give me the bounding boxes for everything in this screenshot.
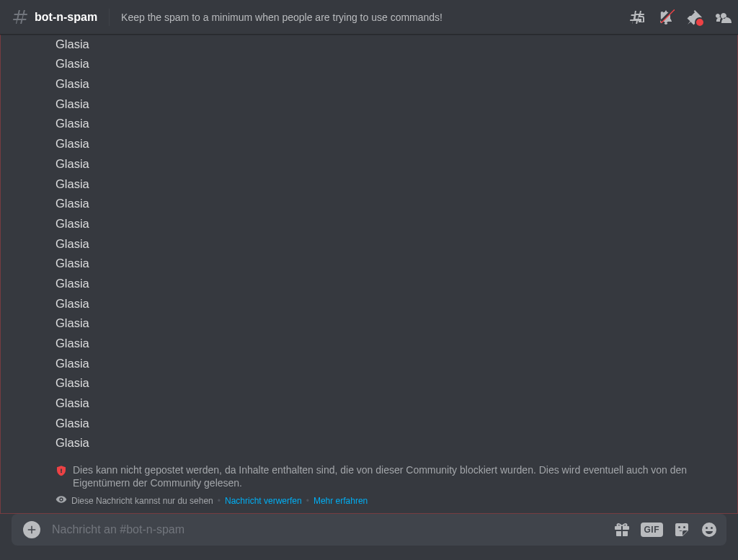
message-input-bar: GIF — [12, 514, 726, 546]
bullet-separator: • — [218, 496, 221, 506]
channel-header: bot-n-spam Keep the spam to a minimum wh… — [0, 0, 738, 35]
message-line: Glasia — [55, 293, 726, 314]
hash-icon — [12, 9, 29, 26]
threads-icon[interactable] — [628, 9, 646, 26]
message-line: Glasia — [55, 433, 726, 453]
message-line: Glasia — [55, 213, 726, 234]
message-line: Glasia — [55, 353, 726, 373]
message-line: Glasia — [55, 174, 726, 194]
chat-content[interactable]: Glasia Glasia Glasia Glasia Glasia Glasi… — [0, 35, 738, 514]
blocked-content-notice: Dies kann nicht gepostet werden, da Inha… — [1, 459, 737, 491]
gif-button[interactable]: GIF — [641, 523, 664, 537]
message-line: Glasia — [55, 234, 726, 254]
ephemeral-notice: Diese Nachricht kannst nur du sehen • Na… — [1, 491, 737, 513]
learn-more-link[interactable]: Mehr erfahren — [314, 496, 368, 506]
message-line: Glasia — [55, 114, 726, 134]
ephemeral-prefix: Diese Nachricht kannst nur du sehen — [71, 496, 213, 506]
message-line: Glasia — [55, 154, 726, 174]
message-input-area: GIF — [0, 514, 738, 560]
channel-name: bot-n-spam — [35, 11, 97, 24]
notification-dot — [695, 17, 705, 27]
message-line: Glasia — [55, 314, 726, 334]
message-line: Glasia — [55, 394, 726, 414]
dismiss-message-link[interactable]: Nachricht verwerfen — [225, 496, 302, 506]
message-line: Glasia — [55, 254, 726, 274]
eye-icon — [55, 494, 67, 507]
message-line: Glasia — [55, 413, 726, 433]
message-line: Glasia — [55, 35, 726, 54]
member-list-icon[interactable] — [715, 9, 732, 26]
emoji-icon[interactable] — [701, 521, 718, 538]
message-line: Glasia — [55, 74, 726, 94]
pinned-messages-icon[interactable] — [686, 9, 703, 26]
message-line: Glasia — [55, 334, 726, 354]
message-line: Glasia — [55, 273, 726, 293]
message-line: Glasia — [55, 134, 726, 154]
sticker-icon[interactable] — [673, 521, 690, 538]
shield-alert-icon — [55, 465, 67, 479]
gift-icon[interactable] — [613, 521, 631, 538]
message-list: Glasia Glasia Glasia Glasia Glasia Glasi… — [1, 40, 737, 458]
attach-button[interactable] — [23, 521, 40, 538]
header-toolbar — [628, 9, 732, 26]
channel-topic[interactable]: Keep the spam to a minimum when people a… — [121, 12, 620, 23]
header-divider — [109, 9, 110, 26]
message-line: Glasia — [55, 373, 726, 394]
input-actions: GIF — [613, 521, 719, 538]
message-line: Glasia — [55, 194, 726, 214]
message-line: Glasia — [55, 54, 726, 74]
notifications-muted-icon[interactable] — [657, 9, 675, 26]
bullet-separator: • — [306, 496, 309, 506]
message-line: Glasia — [55, 94, 726, 114]
blocked-content-text: Dies kann nicht gepostet werden, da Inha… — [73, 463, 726, 489]
message-input[interactable] — [52, 523, 608, 536]
